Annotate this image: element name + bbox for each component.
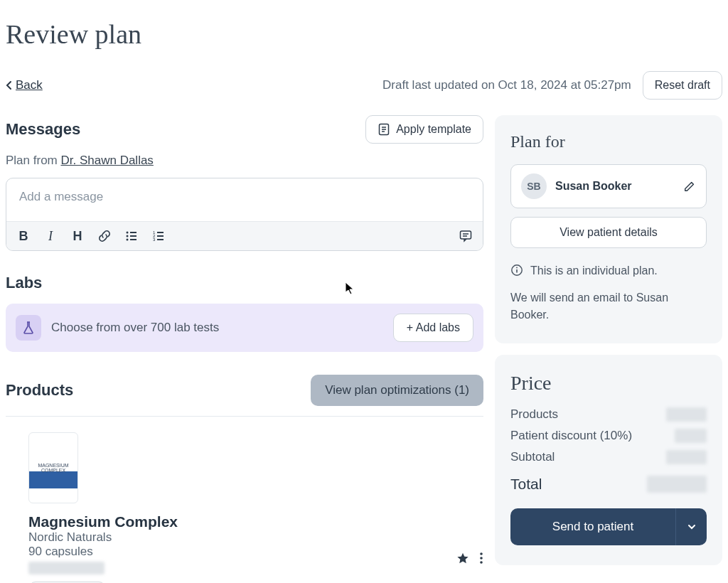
- svg-point-19: [480, 552, 483, 555]
- draft-timestamp: Draft last updated on Oct 18, 2024 at 05…: [382, 78, 631, 92]
- messages-heading: Messages: [6, 120, 80, 139]
- provider-link[interactable]: Dr. Shawn Dallas: [60, 154, 153, 167]
- italic-icon[interactable]: I: [43, 229, 58, 243]
- price-redacted: XXXX: [675, 429, 707, 443]
- reset-draft-button[interactable]: Reset draft: [643, 71, 722, 100]
- more-icon[interactable]: [479, 552, 483, 565]
- send-to-patient-button[interactable]: Send to patient: [510, 508, 675, 545]
- avatar: SB: [521, 173, 547, 199]
- products-heading: Products: [6, 381, 73, 400]
- product-price-redacted: XXXXXXXXXX: [28, 562, 105, 574]
- plan-for-card: Plan for SB Susan Booker View patient de…: [495, 115, 722, 343]
- price-card: Price Products XXXXX Patient discount (1…: [495, 355, 722, 565]
- product-image: MAGNESIUM COMPLEX: [28, 432, 78, 503]
- back-link[interactable]: Back: [6, 78, 43, 92]
- svg-point-5: [127, 235, 129, 237]
- svg-point-21: [480, 561, 483, 564]
- svg-point-20: [480, 557, 483, 560]
- svg-point-24: [516, 267, 518, 269]
- labs-banner: Choose from over 700 lab tests + Add lab…: [6, 304, 483, 352]
- view-patient-details-button[interactable]: View patient details: [510, 217, 707, 248]
- product-name: Magnesium Complex: [28, 513, 483, 530]
- link-icon[interactable]: [97, 229, 112, 243]
- patient-name: Susan Booker: [555, 180, 675, 193]
- numbered-list-icon[interactable]: 123: [151, 229, 166, 243]
- product-quantity: 90 capsules: [28, 545, 483, 559]
- flask-icon: [16, 315, 41, 341]
- info-icon: [510, 264, 523, 277]
- individual-plan-note: This is an individual plan.: [530, 262, 658, 279]
- plan-for-heading: Plan for: [510, 132, 707, 151]
- labs-heading: Labs: [6, 274, 483, 292]
- price-row-subtotal: Subtotal XXXXX: [510, 450, 707, 464]
- product-card: MAGNESIUM COMPLEX Magnesium Complex Nord…: [6, 432, 483, 583]
- view-optimizations-button[interactable]: View plan optimizations (1): [311, 375, 483, 406]
- email-note: We will send an email to Susan Booker.: [510, 289, 707, 323]
- plan-from-line: Plan from Dr. Shawn Dallas: [6, 154, 483, 168]
- price-heading: Price: [510, 372, 707, 395]
- template-icon: [378, 123, 390, 136]
- favorite-icon[interactable]: [456, 552, 469, 565]
- price-redacted: XXXXX: [666, 407, 707, 422]
- comment-icon[interactable]: [459, 229, 473, 243]
- message-textarea[interactable]: Add a message: [6, 178, 483, 221]
- price-row-products: Products XXXXX: [510, 407, 707, 422]
- add-labs-button[interactable]: + Add labs: [393, 314, 473, 342]
- page-title: Review plan: [6, 18, 722, 50]
- message-editor: Add a message B I H 123: [6, 178, 483, 251]
- bullet-list-icon[interactable]: [124, 229, 139, 243]
- heading-icon[interactable]: H: [70, 229, 85, 243]
- back-label: Back: [16, 78, 43, 92]
- svg-point-4: [127, 232, 129, 234]
- edit-icon[interactable]: [683, 180, 696, 193]
- send-dropdown-button[interactable]: [675, 508, 707, 545]
- svg-rect-16: [461, 231, 471, 239]
- chevron-left-icon: [6, 80, 13, 90]
- product-brand: Nordic Naturals: [28, 530, 483, 545]
- svg-point-6: [127, 239, 129, 241]
- labs-banner-text: Choose from over 700 lab tests: [51, 321, 383, 335]
- chevron-down-icon: [687, 522, 697, 532]
- price-redacted: XXXXXX: [647, 476, 707, 493]
- apply-template-label: Apply template: [396, 123, 471, 136]
- patient-row[interactable]: SB Susan Booker: [510, 164, 707, 208]
- price-redacted: XXXXX: [666, 450, 707, 464]
- svg-text:3: 3: [153, 237, 156, 242]
- price-row-total: Total XXXXXX: [510, 476, 707, 493]
- apply-template-button[interactable]: Apply template: [365, 115, 483, 144]
- divider: [6, 416, 483, 417]
- price-row-discount: Patient discount (10%) XXXX: [510, 429, 707, 443]
- bold-icon[interactable]: B: [16, 229, 31, 243]
